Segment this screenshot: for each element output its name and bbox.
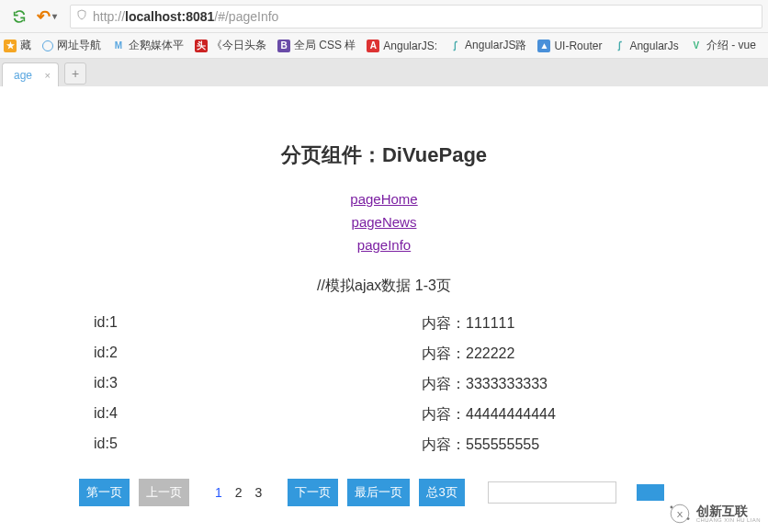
vue-icon: V [690,40,703,52]
page-title: 分页组件：DiVuePage [0,141,768,169]
page-content: 分页组件：DiVuePage pageHome pageNews pageInf… [0,86,768,506]
toutiao-icon: 头 [195,40,208,52]
tab-row: age × + [0,59,768,86]
data-row: id:3内容：3333333333 [90,369,678,400]
id-cell: id:5 [90,436,350,455]
page-number[interactable]: 1 [215,485,222,500]
browser-toolbar: ↶▾ http://localhost:8081/#/pageInfo [0,0,768,33]
globe-icon [42,40,53,51]
tab-active[interactable]: age × [2,62,59,86]
content-cell: 内容：111111 [350,314,678,334]
bookmark-qq-media[interactable]: M企鹅媒体平 [112,38,184,53]
angular-icon: A [367,40,379,52]
js-icon: ʃ [448,40,461,52]
link-pageinfo[interactable]: pageInfo [357,237,411,253]
last-page-button[interactable]: 最后一页 [347,479,410,506]
prev-page-button[interactable]: 上一页 [139,479,189,506]
total-pages-label[interactable]: 总3页 [419,479,464,506]
star-icon: ★ [4,40,17,52]
bookmark-favorites[interactable]: ★藏 [4,38,31,53]
bookmark-angularjs[interactable]: AAngularJS: [367,40,437,52]
bookmark-toutiao[interactable]: 头《今日头条 [195,38,266,53]
id-cell: id:2 [90,345,350,364]
content-cell: 内容：44444444444 [350,405,678,424]
page-number[interactable]: 3 [255,485,263,500]
bookmark-ui-router[interactable]: ▲UI-Router [537,40,602,52]
uirouter-icon: ▲ [537,40,550,52]
data-row: id:5内容：555555555 [90,430,678,460]
js-icon: ʃ [613,40,626,52]
data-row: id:1内容：111111 [90,309,678,339]
bookmark-css[interactable]: B全局 CSS 样 [277,38,356,53]
page-jump-input[interactable] [488,481,616,504]
url-text: http://localhost:8081/#/pageInfo [93,9,278,24]
svg-point-3 [686,517,689,520]
ajax-note: //模拟ajax数据 1-3页 [0,277,768,296]
bookmark-vue[interactable]: V介绍 - vue [690,38,756,53]
watermark-sub: CHUANG XIN HU LIAN [696,517,761,523]
qq-icon: M [112,40,125,52]
id-cell: id:3 [90,375,350,394]
bookmark-angular-route[interactable]: ʃAngularJS路 [448,38,526,53]
watermark-logo: X 创新互联 CHUANG XIN HU LIAN [667,501,761,526]
content-cell: 内容：555555555 [350,436,678,455]
svg-point-2 [670,506,672,509]
refresh-icon[interactable] [9,6,29,27]
data-row: id:4内容：44444444444 [90,400,678,430]
tab-label: age [14,69,32,82]
data-row: id:2内容：222222 [90,339,678,369]
first-page-button[interactable]: 第一页 [79,479,130,506]
pagination: 第一页 上一页 123 下一页 最后一页 总3页 [0,479,768,506]
page-number[interactable]: 2 [235,485,243,500]
bootstrap-icon: B [277,40,290,52]
shield-icon [76,8,87,24]
link-pagenews[interactable]: pageNews [352,214,417,230]
url-bar[interactable]: http://localhost:8081/#/pageInfo [70,5,762,28]
undo-dropdown-caret: ▾ [52,11,57,21]
undo-icon[interactable]: ↶▾ [37,6,57,27]
link-pagehome[interactable]: pageHome [350,191,417,207]
svg-text:X: X [677,509,683,519]
id-cell: id:1 [90,314,350,334]
watermark-main: 创新互联 [696,504,761,517]
bookmark-nav[interactable]: 网址导航 [42,38,101,53]
new-tab-button[interactable]: + [64,62,86,85]
content-cell: 内容：222222 [350,345,678,364]
bookmark-angularjs2[interactable]: ʃAngularJs [613,40,678,52]
nav-links: pageHome pageNews pageInfo [0,187,768,256]
next-page-button[interactable]: 下一页 [288,479,338,506]
id-cell: id:4 [90,405,350,424]
close-icon[interactable]: × [45,70,51,81]
go-button[interactable] [637,484,664,501]
content-cell: 内容：3333333333 [350,375,678,394]
bookmarks-bar: ★藏 网址导航 M企鹅媒体平 头《今日头条 B全局 CSS 样 AAngular… [0,33,768,59]
data-list: id:1内容：111111id:2内容：222222id:3内容：3333333… [90,309,678,460]
page-numbers: 123 [215,485,262,500]
